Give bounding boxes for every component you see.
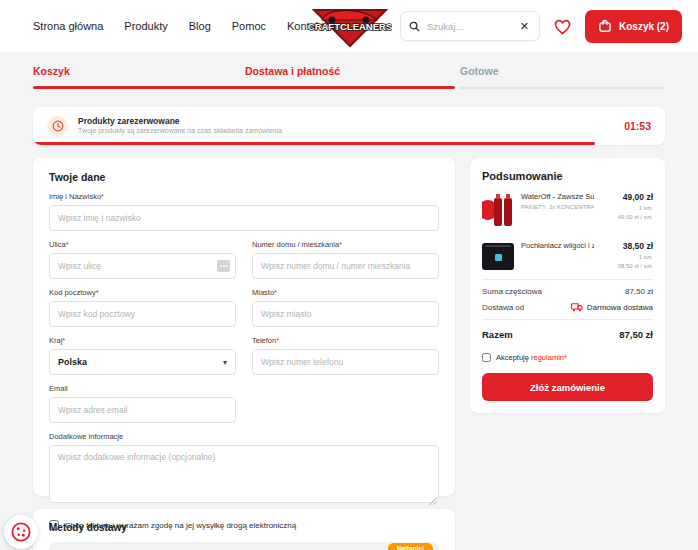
product-price: 49,00 zł [601,192,653,202]
product-thumbnail [482,192,514,232]
shopping-bag-icon [598,19,612,33]
city-label: Miasto* [252,288,439,297]
steps-progress-active [33,86,455,89]
total-row: Razem 87,50 zł [482,329,653,340]
main-content: Twoje dane Imię i Nazwisko* Ulica* Numer… [33,158,665,496]
notes-label: Dodatkowe informacje [49,432,439,441]
country-select[interactable]: Polska ▾ [49,349,236,375]
reservation-text: Produkty zarezerwowane Twoje produkty są… [78,116,282,136]
nav-help[interactable]: Pomoc [232,20,266,32]
search-icon [409,21,420,32]
product-name: WaterOff - Zawsze Su... [521,192,594,201]
heart-icon [553,18,572,35]
clock-icon [47,116,68,137]
terms-label[interactable]: Akceptuję regulamin* [496,353,567,362]
email-label: Email [49,384,236,393]
cookie-settings-button[interactable] [4,515,38,549]
terms-link[interactable]: regulamin [531,353,564,362]
summary-title: Podsumowanie [482,170,653,182]
search-box: ✕ [400,11,540,41]
step-delivery-payment[interactable]: Dostawa i płatność [245,65,340,77]
product-unit-price: 49,00 zł / szt. [601,214,653,220]
order-summary-card: Podsumowanie WaterOff - Zawsze Su... PAK… [470,158,665,413]
reservation-banner: Produkty zarezerwowane Twoje produkty są… [33,107,665,145]
name-label: Imię i Nazwisko* [49,192,439,201]
product-thumbnail [482,243,514,270]
checkout-steps: Koszyk Dostawa i płatność Gotowe [33,65,665,98]
subtotal-value: 87,50 zł [625,287,653,296]
delivery-badge: Najtaniej [388,543,433,550]
terms-checkbox[interactable] [482,353,491,362]
chevron-down-icon: ▾ [223,358,227,367]
reservation-timer: 01:53 [624,120,651,132]
name-input[interactable] [49,205,439,231]
city-input[interactable] [252,301,439,327]
zip-input[interactable] [49,301,236,327]
zip-label: Kod pocztowy* [49,288,236,297]
reservation-subtitle: Twoje produkty są zarezerwowane na czas … [78,127,282,136]
product-name: Pochłaniacz wilgoci i z... [521,241,594,250]
nav-home[interactable]: Strona główna [33,20,103,32]
shipping-label: Dostawa od [482,303,524,312]
shipping-row: Dostawa od Darmowa dostawa [482,303,653,312]
email-input[interactable] [49,397,236,423]
street-label: Ulica* [49,240,236,249]
form-title: Twoje dane [49,171,439,183]
resize-handle[interactable] [429,497,437,505]
autofill-icon[interactable] [217,260,230,272]
reservation-progressbar [33,142,595,145]
terms-row: Akceptuję regulamin* [482,353,653,362]
phone-input[interactable] [252,349,439,375]
customer-data-card: Twoje dane Imię i Nazwisko* Ulica* Numer… [33,158,455,496]
nav-products[interactable]: Produkty [124,20,167,32]
reservation-title: Produkty zarezerwowane [78,116,282,127]
brand-logo[interactable]: CRAFTCLEANERS [308,2,392,50]
truck-icon [571,303,583,312]
summary-item[interactable]: Pochłaniacz wilgoci i z... 38,50 zł 1 sz… [482,241,653,270]
country-label: Kraj* [49,336,236,345]
divider [482,279,653,280]
total-value: 87,50 zł [619,329,653,340]
total-label: Razem [482,329,513,340]
logo-image: CRAFTCLEANERS [308,2,392,50]
divider [482,319,653,320]
checkout-page: Strona główna Produkty Blog Pomoc Kontak… [0,0,698,550]
product-qty: 1 szt. [601,254,653,260]
phone-label: Telefon* [252,336,439,345]
shipping-value: Darmowa dostawa [587,303,653,312]
subtotal-row: Suma częściowa 87,50 zł [482,287,653,296]
main-nav: Strona główna Produkty Blog Pomoc Kontak… [33,20,324,32]
place-order-button[interactable]: Złóż zamówienie [482,373,653,401]
svg-text:CRAFTCLEANERS: CRAFTCLEANERS [308,21,392,32]
house-number-input[interactable] [252,253,439,279]
house-number-label: Numer domu / mieszkania* [252,240,439,249]
product-unit-price: 38,50 zł / szt. [601,263,653,269]
header: Strona główna Produkty Blog Pomoc Kontak… [0,0,698,52]
notes-textarea[interactable] [49,445,439,503]
steps-progress-remaining [460,87,665,89]
street-input[interactable] [49,253,236,279]
summary-item[interactable]: WaterOff - Zawsze Su... PAKIETY: 2x KONC… [482,192,653,232]
search-clear-icon[interactable]: ✕ [518,19,531,34]
delivery-method-option[interactable]: Najtaniej [49,542,439,550]
subtotal-label: Suma częściowa [482,287,542,296]
product-qty: 1 szt. [601,205,653,211]
header-actions: ✕ Koszyk (2) [400,10,682,43]
wishlist-button[interactable] [553,18,572,35]
country-selected-value: Polska [58,357,87,367]
step-cart[interactable]: Koszyk [33,65,70,77]
step-done: Gotowe [460,65,499,77]
product-price: 38,50 zł [601,241,653,251]
search-input[interactable] [425,20,518,33]
product-variant: PAKIETY: 2x KONCENTRAT... [521,204,594,210]
cookie-icon [10,521,32,543]
cart-button[interactable]: Koszyk (2) [585,10,682,43]
nav-blog[interactable]: Blog [189,20,211,32]
cart-button-label: Koszyk (2) [619,21,669,32]
